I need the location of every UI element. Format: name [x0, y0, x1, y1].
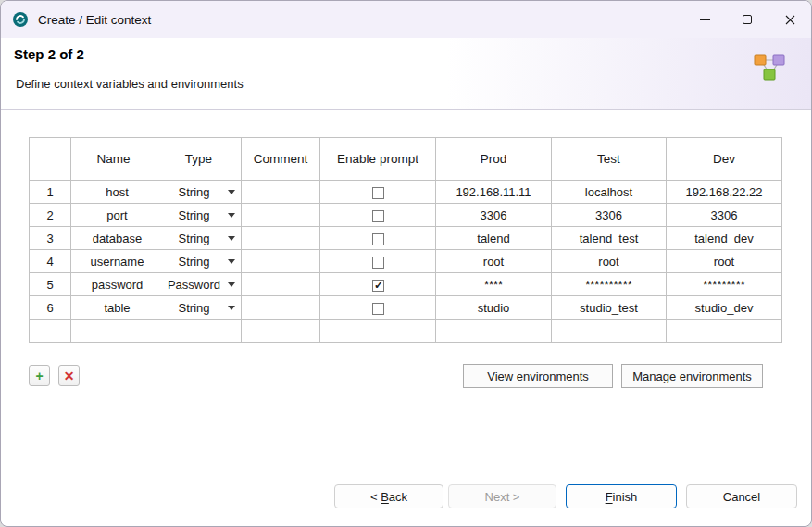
create-edit-context-dialog: Create / Edit context Step 2 of 2 Define…	[0, 0, 812, 527]
banner-separator	[1, 109, 811, 110]
dev-cell	[667, 320, 782, 343]
type-dropdown[interactable]: String	[156, 296, 242, 320]
step-title: Step 2 of 2	[14, 46, 84, 62]
test-cell	[552, 320, 667, 343]
type-dropdown[interactable]: Password	[156, 273, 242, 296]
prod-cell[interactable]: 192.168.11.11	[436, 181, 552, 204]
test-cell[interactable]: **********	[552, 273, 667, 296]
comment-cell[interactable]	[242, 250, 320, 273]
window-controls	[683, 1, 811, 38]
close-button[interactable]	[768, 1, 811, 38]
type-dropdown[interactable]: String	[156, 250, 242, 273]
enable-prompt-checkbox[interactable]	[372, 210, 384, 222]
test-cell[interactable]: 3306	[552, 204, 667, 227]
app-icon	[12, 11, 29, 28]
row-number-cell: 1	[30, 181, 71, 204]
minimize-button[interactable]	[683, 1, 726, 38]
finish-button[interactable]: Finish	[566, 484, 677, 508]
dev-cell[interactable]: talend_dev	[667, 227, 782, 250]
comment-cell[interactable]	[242, 296, 320, 320]
delete-x-icon: ✕	[64, 369, 75, 383]
prod-cell[interactable]: 3306	[436, 204, 552, 227]
table-row: 3 database String talend talend_test tal…	[30, 227, 782, 250]
enable-prompt-checkbox[interactable]	[372, 187, 384, 199]
comment-cell[interactable]	[242, 227, 320, 250]
header-comment: Comment	[242, 138, 320, 181]
name-cell[interactable]: database	[71, 227, 156, 250]
header-type: Type	[156, 138, 242, 181]
type-dropdown[interactable]: String	[156, 204, 242, 227]
prompt-cell	[320, 320, 436, 343]
add-variable-button[interactable]: +	[29, 365, 50, 386]
type-dropdown[interactable]: String	[156, 181, 242, 204]
remove-variable-button[interactable]: ✕	[58, 365, 80, 386]
comment-cell[interactable]	[242, 273, 320, 296]
row-number-cell: 2	[30, 204, 71, 227]
name-cell	[71, 320, 156, 343]
cancel-button[interactable]: Cancel	[686, 484, 797, 508]
chevron-down-icon	[228, 282, 235, 287]
enable-prompt-checkbox[interactable]	[372, 280, 384, 292]
view-environments-button[interactable]: View environments	[463, 364, 613, 388]
close-icon	[785, 15, 795, 25]
prompt-cell	[320, 296, 436, 320]
prod-cell[interactable]: talend	[436, 227, 552, 250]
maximize-icon	[743, 15, 752, 24]
header-row-number	[30, 138, 71, 181]
maximize-button[interactable]	[726, 1, 768, 38]
header-name: Name	[71, 138, 156, 181]
header-enable-prompt: Enable prompt	[320, 138, 436, 181]
test-cell[interactable]: studio_test	[552, 296, 667, 320]
prod-cell[interactable]: studio	[436, 296, 552, 320]
test-cell[interactable]: localhost	[552, 181, 667, 204]
next-button[interactable]: Next >	[448, 484, 556, 508]
window-title: Create / Edit context	[38, 13, 151, 27]
prompt-cell	[320, 273, 436, 296]
name-cell[interactable]: host	[71, 181, 156, 204]
dev-cell[interactable]: *********	[667, 273, 782, 296]
row-number-cell: 3	[30, 227, 71, 250]
context-variables-table: Name Type Comment Enable prompt Prod Tes…	[29, 137, 782, 343]
step-subtitle: Define context variables and environment…	[16, 77, 244, 91]
name-cell[interactable]: port	[71, 204, 156, 227]
table-row: 6 table String studio studio_test studio…	[30, 296, 782, 320]
type-dropdown[interactable]: String	[156, 227, 242, 250]
table-header-row: Name Type Comment Enable prompt Prod Tes…	[30, 138, 782, 181]
dev-cell[interactable]: 192.168.22.22	[667, 181, 782, 204]
plus-icon: +	[35, 369, 43, 383]
row-number-cell: 5	[30, 273, 71, 296]
dev-cell[interactable]: 3306	[667, 204, 782, 227]
prod-cell[interactable]: root	[436, 250, 552, 273]
chevron-down-icon	[228, 236, 235, 241]
enable-prompt-checkbox[interactable]	[372, 303, 384, 315]
prod-cell[interactable]: ****	[436, 273, 552, 296]
chevron-down-icon	[228, 259, 235, 264]
test-cell[interactable]: root	[552, 250, 667, 273]
prod-cell	[436, 320, 552, 343]
dev-cell[interactable]: root	[667, 250, 782, 273]
comment-cell[interactable]	[242, 181, 320, 204]
row-number-cell: 6	[30, 296, 71, 320]
dev-cell[interactable]: studio_dev	[667, 296, 782, 320]
manage-environments-button[interactable]: Manage environments	[621, 364, 763, 388]
name-cell[interactable]: password	[71, 273, 156, 296]
name-cell[interactable]: username	[71, 250, 156, 273]
comment-cell	[242, 320, 320, 343]
chevron-down-icon	[228, 306, 235, 310]
back-button[interactable]: < Back	[334, 484, 443, 508]
prompt-cell	[320, 250, 436, 273]
row-number-cell: 4	[30, 250, 71, 273]
prompt-cell	[320, 227, 436, 250]
test-cell[interactable]: talend_test	[552, 227, 667, 250]
comment-cell[interactable]	[242, 204, 320, 227]
chevron-down-icon	[228, 190, 235, 194]
prompt-cell	[320, 204, 436, 227]
enable-prompt-checkbox[interactable]	[372, 233, 384, 245]
type-cell	[156, 320, 242, 343]
table-row: 2 port String 3306 3306 3306	[30, 204, 782, 227]
name-cell[interactable]: table	[71, 296, 156, 320]
row-number-cell	[30, 320, 71, 343]
wizard-banner: Step 2 of 2 Define context variables and…	[1, 38, 811, 109]
prompt-cell	[320, 181, 436, 204]
enable-prompt-checkbox[interactable]	[372, 257, 384, 269]
